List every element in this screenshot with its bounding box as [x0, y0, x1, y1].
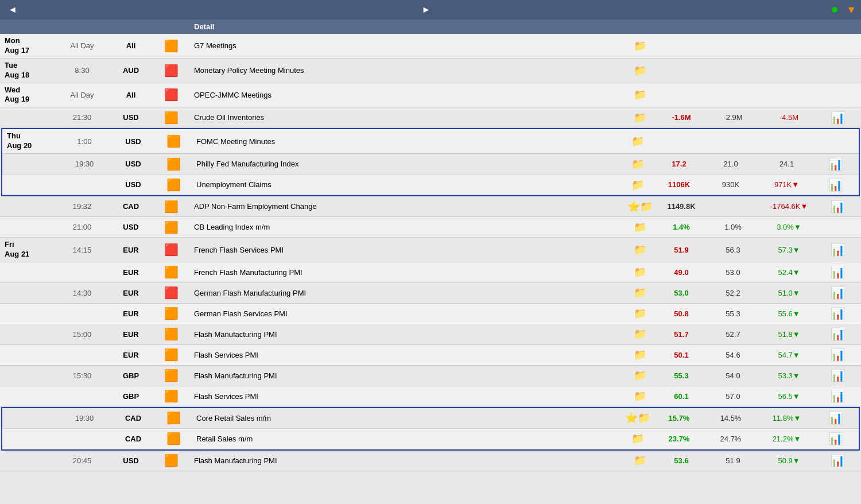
impact-cell: 🟧 [154, 220, 188, 234]
highlight-section: ThuAug 20 1:00 USD 🟧 FOMC Meeting Minute… [1, 128, 860, 196]
folder-cell[interactable]: 📁 [622, 432, 653, 445]
impact-cell: 🟧 [154, 369, 188, 382]
previous-cell: 52.4▼ [759, 268, 819, 277]
currency-cell: CAD [108, 202, 154, 211]
event-name[interactable]: Monetary Policy Meeting Minutes [188, 66, 624, 75]
forecast-cell: 54.6 [707, 351, 759, 359]
time-cell: 19:30 [59, 160, 110, 168]
table-row: TueAug 18 8:30 AUD 🟥 Monetary Policy Mee… [0, 59, 861, 83]
time-cell: All Day [56, 91, 108, 99]
event-name[interactable]: Flash Services PMI [188, 392, 624, 401]
previous-cell: 53.3▼ [759, 371, 819, 380]
currency-cell: GBP [108, 371, 154, 380]
folder-cell[interactable]: 📁 [624, 286, 656, 299]
folder-cell[interactable]: 📁 [624, 40, 656, 52]
event-name[interactable]: Flash Manufacturing PMI [188, 330, 624, 339]
folder-cell[interactable]: 📁 [624, 64, 656, 77]
graph-cell[interactable]: 📊 [819, 111, 856, 125]
header-time[interactable] [56, 22, 108, 31]
event-name[interactable]: French Flash Manufacturing PMI [188, 268, 624, 277]
header-impact [154, 22, 188, 31]
currency-cell: USD [110, 180, 156, 189]
actual-cell: 1.4% [656, 223, 707, 231]
graph-cell[interactable]: 📊 [819, 389, 856, 403]
event-name[interactable]: Flash Manufacturing PMI [188, 456, 624, 465]
event-name[interactable]: Core Retail Sales m/m [191, 414, 622, 422]
folder-cell[interactable]: 📁 [622, 179, 653, 191]
folder-cell[interactable]: 📁 [624, 328, 656, 340]
event-name[interactable]: G7 Meetings [188, 41, 624, 50]
folder-cell[interactable]: 📁 [624, 348, 656, 361]
graph-cell[interactable]: 📊 [817, 432, 854, 445]
folder-cell[interactable]: 📁 [624, 221, 656, 234]
graph-cell[interactable]: 📊 [817, 157, 854, 171]
folder-cell[interactable]: 📁 [624, 111, 656, 124]
graph-cell[interactable]: 📊 [819, 327, 856, 341]
forecast-cell: 52.2 [707, 289, 759, 297]
actual-cell: 60.1 [656, 392, 707, 401]
folder-cell[interactable]: 📁 [622, 135, 653, 148]
event-name[interactable]: German Flash Manufacturing PMI [188, 289, 624, 297]
folder-cell[interactable]: 📁 [622, 158, 653, 170]
folder-cell[interactable]: 📁 [624, 307, 656, 320]
graph-cell[interactable]: 📊 [819, 265, 856, 279]
actual-cell: 53.6 [656, 456, 707, 465]
event-name[interactable]: CB Leading Index m/m [188, 223, 624, 231]
actual-cell: 23.7% [653, 435, 705, 443]
event-name[interactable]: Unemployment Claims [191, 180, 622, 189]
actual-cell: 51.9 [656, 246, 707, 254]
event-name[interactable]: Crude Oil Inventories [188, 113, 624, 122]
prev-week-button[interactable]: ◄ [5, 5, 21, 15]
folder-cell[interactable]: 📁 [624, 369, 656, 382]
event-name[interactable]: Flash Services PMI [188, 351, 624, 359]
currency-cell: USD [108, 223, 154, 231]
time-cell: 19:32 [56, 202, 108, 211]
folder-cell[interactable]: 📁 [624, 390, 656, 402]
top-bar: ◄ ► ▼ [0, 0, 861, 20]
event-name[interactable]: German Flash Services PMI [188, 309, 624, 318]
folder-cell[interactable]: 📁 [624, 454, 656, 467]
event-name[interactable]: Philly Fed Manufacturing Index [191, 160, 622, 168]
event-name[interactable]: Flash Manufacturing PMI [188, 371, 624, 380]
graph-cell[interactable]: 📊 [819, 453, 856, 467]
graph-cell[interactable]: 📊 [817, 178, 854, 192]
time-cell: 15:30 [56, 371, 108, 380]
event-name[interactable]: French Flash Services PMI [188, 246, 624, 254]
event-name[interactable]: OPEC-JMMC Meetings [188, 91, 624, 99]
currency-cell: All [108, 41, 154, 50]
table-row: 21:30 USD 🟧 Crude Oil Inventories 📁 -1.6… [0, 107, 861, 128]
rows-container: let's learn together MonAug 17 All Day A… [0, 34, 861, 471]
time-cell: 21:00 [56, 223, 108, 231]
impact-cell: 🟧 [154, 327, 188, 341]
forecast-cell: 14.5% [705, 414, 757, 422]
next-week-button[interactable]: ► [418, 5, 435, 15]
folder-cell[interactable]: ⭐📁 [624, 200, 656, 213]
folder-cell[interactable]: ⭐📁 [622, 412, 653, 424]
filter-icon[interactable]: ▼ [846, 4, 856, 16]
graph-cell[interactable]: 📊 [819, 307, 856, 320]
folder-cell[interactable]: 📁 [624, 266, 656, 278]
graph-cell[interactable]: 📊 [819, 200, 856, 214]
previous-cell: 54.7▼ [759, 351, 819, 359]
header-actual-label [624, 22, 656, 31]
graph-cell[interactable]: 📊 [819, 369, 856, 382]
graph-cell[interactable]: 📊 [819, 286, 856, 300]
impact-cell: 🟧 [154, 39, 188, 53]
previous-cell: 51.0▼ [759, 289, 819, 297]
actual-cell: 1106K [653, 180, 705, 189]
folder-cell[interactable]: 📁 [624, 243, 656, 256]
graph-cell[interactable]: 📊 [819, 243, 856, 257]
previous-cell: 57.3▼ [759, 246, 819, 254]
event-name[interactable]: ADP Non-Farm Employment Change [188, 202, 624, 211]
graph-cell[interactable]: 📊 [817, 411, 854, 425]
forecast-cell: 1.0% [707, 223, 759, 231]
graph-cell[interactable]: 📊 [819, 348, 856, 362]
event-name[interactable]: Retail Sales m/m [191, 435, 622, 443]
currency-cell: USD [110, 137, 156, 146]
currency-cell: USD [108, 456, 154, 465]
folder-cell[interactable]: 📁 [624, 88, 656, 101]
actual-cell: 50.8 [656, 309, 707, 318]
forecast-cell: 57.0 [707, 392, 759, 401]
event-name[interactable]: FOMC Meeting Minutes [191, 137, 622, 146]
actual-cell: 55.3 [656, 371, 707, 380]
